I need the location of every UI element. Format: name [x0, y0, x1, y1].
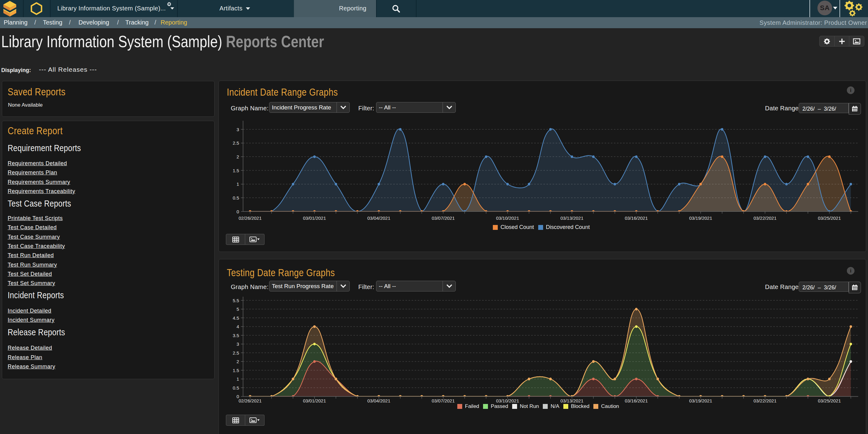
svg-text:0.5: 0.5	[232, 385, 239, 391]
svg-text:03/01/2021: 03/01/2021	[303, 398, 326, 403]
svg-text:3.5: 3.5	[232, 333, 239, 338]
svg-text:5.5: 5.5	[232, 298, 239, 303]
svg-text:03/16/2021: 03/16/2021	[625, 398, 648, 403]
svg-text:03/13/2021: 03/13/2021	[560, 398, 583, 403]
svg-text:4: 4	[237, 324, 239, 329]
svg-text:2: 2	[237, 359, 239, 364]
svg-text:1: 1	[237, 181, 239, 187]
svg-text:3: 3	[237, 341, 239, 347]
svg-text:03/01/2021: 03/01/2021	[303, 215, 326, 221]
svg-text:03/22/2021: 03/22/2021	[753, 398, 776, 403]
svg-text:03/13/2021: 03/13/2021	[560, 215, 583, 221]
svg-text:1.5: 1.5	[232, 368, 239, 373]
svg-text:03/10/2021: 03/10/2021	[496, 398, 519, 403]
svg-text:03/19/2021: 03/19/2021	[689, 398, 712, 403]
svg-text:1.5: 1.5	[232, 168, 239, 173]
svg-text:03/04/2021: 03/04/2021	[367, 215, 390, 221]
svg-text:5: 5	[237, 307, 239, 312]
svg-text:03/07/2021: 03/07/2021	[432, 215, 455, 221]
svg-text:02/26/2021: 02/26/2021	[239, 215, 261, 221]
svg-text:02/26/2021: 02/26/2021	[239, 398, 261, 403]
svg-text:0: 0	[237, 209, 239, 214]
svg-text:3: 3	[237, 127, 239, 132]
svg-text:03/07/2021: 03/07/2021	[432, 398, 455, 403]
svg-text:03/25/2021: 03/25/2021	[818, 398, 841, 403]
svg-text:03/04/2021: 03/04/2021	[367, 398, 390, 403]
svg-text:1: 1	[237, 376, 239, 381]
svg-text:03/25/2021: 03/25/2021	[818, 215, 841, 221]
svg-text:03/22/2021: 03/22/2021	[753, 215, 776, 221]
svg-text:2.5: 2.5	[232, 141, 239, 146]
svg-text:03/10/2021: 03/10/2021	[496, 215, 519, 221]
svg-text:2: 2	[237, 154, 239, 159]
svg-text:2.5: 2.5	[232, 350, 239, 355]
svg-text:0.5: 0.5	[232, 195, 239, 200]
svg-text:4.5: 4.5	[232, 315, 239, 320]
svg-text:03/19/2021: 03/19/2021	[689, 215, 712, 221]
svg-text:03/16/2021: 03/16/2021	[625, 215, 648, 221]
